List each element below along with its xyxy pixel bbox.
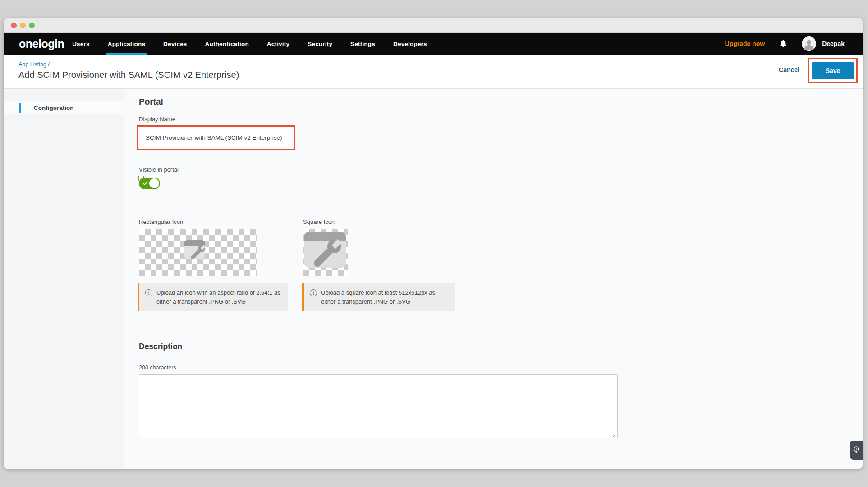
hint-text: Upload an icon with an aspect-ratio of 2… (156, 288, 284, 306)
character-count-label: 200 characters (139, 364, 176, 371)
browser-window: onelogin Users Applications Devices Auth… (4, 18, 863, 469)
nav-item-applications[interactable]: Applications (108, 33, 145, 55)
page-body: Configuration Portal Display Name Visibl… (4, 89, 863, 469)
upgrade-now-link[interactable]: Upgrade now (725, 40, 765, 47)
notifications-bell-icon[interactable] (779, 39, 787, 48)
rectangular-icon-preview[interactable] (139, 229, 257, 276)
lightbulb-icon (853, 446, 859, 454)
user-avatar (802, 36, 816, 51)
rect-icon-hint: i Upload an icon with an aspect-ratio of… (138, 283, 288, 311)
active-indicator (19, 103, 21, 113)
display-name-label: Display Name (139, 116, 175, 123)
nav-item-security[interactable]: Security (308, 33, 332, 55)
visible-in-portal-label: Visible in portal (139, 166, 179, 173)
sidebar-item-configuration[interactable]: Configuration (4, 101, 124, 114)
nav-item-activity[interactable]: Activity (267, 33, 289, 55)
maximize-window-button[interactable] (29, 23, 35, 28)
app-wrench-icon (184, 240, 213, 268)
user-menu[interactable]: Deepak (802, 36, 845, 51)
cancel-button[interactable]: Cancel (779, 66, 799, 73)
visible-in-portal-toggle[interactable] (139, 178, 160, 189)
display-name-input[interactable] (140, 128, 292, 147)
minimize-window-button[interactable] (20, 23, 26, 28)
square-icon-label: Square Icon (303, 218, 335, 225)
info-icon: i (310, 289, 317, 296)
info-icon: i (145, 289, 152, 296)
nav-item-developers[interactable]: Developers (393, 33, 427, 55)
breadcrumb-app-listing[interactable]: App Listing / (18, 61, 50, 68)
description-textarea[interactable] (139, 374, 618, 438)
sidebar-item-label: Configuration (34, 105, 73, 111)
save-button[interactable]: Save (812, 62, 854, 79)
nav-item-users[interactable]: Users (72, 33, 90, 55)
checkmark-icon (142, 181, 148, 186)
description-field-wrap (139, 374, 618, 438)
main-content: Portal Display Name Visible in portal Re… (124, 89, 863, 469)
hint-text: Upload a square icon at least 512x512px … (321, 288, 451, 306)
nav-item-authentication[interactable]: Authentication (205, 33, 249, 55)
help-lightbulb-button[interactable] (850, 441, 863, 460)
window-titlebar (4, 18, 863, 33)
top-navigation-bar: onelogin Users Applications Devices Auth… (4, 33, 863, 55)
annotation-highlight-save: Save (808, 58, 858, 83)
onelogin-logo[interactable]: onelogin (19, 37, 64, 50)
nav-item-devices[interactable]: Devices (163, 33, 187, 55)
nav-menu: Users Applications Devices Authenticatio… (72, 33, 427, 55)
sidebar: Configuration (4, 89, 124, 469)
annotation-highlight-display-name (137, 125, 295, 150)
rectangular-icon-label: Rectangular Icon (139, 218, 183, 225)
portal-section-heading: Portal (139, 97, 163, 107)
square-icon-hint: i Upload a square icon at least 512x512p… (302, 283, 455, 311)
toggle-knob (149, 178, 159, 188)
description-section-heading: Description (139, 342, 182, 351)
square-icon-preview[interactable] (303, 229, 348, 276)
page-title: Add SCIM Provisioner with SAML (SCIM v2 … (18, 70, 239, 80)
nav-item-settings[interactable]: Settings (350, 33, 375, 55)
close-window-button[interactable] (11, 23, 17, 28)
toggle-track (139, 178, 160, 189)
page-header: App Listing / Add SCIM Provisioner with … (4, 55, 863, 89)
user-name: Deepak (822, 40, 845, 47)
nav-right-cluster: Upgrade now Deepak (725, 33, 845, 55)
app-wrench-icon (303, 229, 348, 276)
